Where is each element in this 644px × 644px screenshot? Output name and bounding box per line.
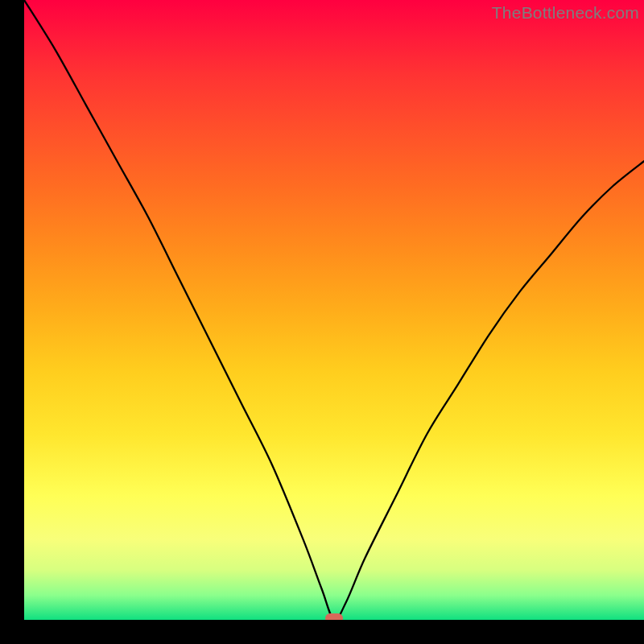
optimal-point-marker	[325, 613, 343, 620]
watermark-text: TheBottleneck.com	[492, 3, 639, 23]
plot-area	[24, 0, 644, 620]
curve-layer	[24, 0, 644, 620]
chart-frame: TheBottleneck.com	[0, 0, 644, 644]
bottleneck-curve	[24, 0, 644, 620]
